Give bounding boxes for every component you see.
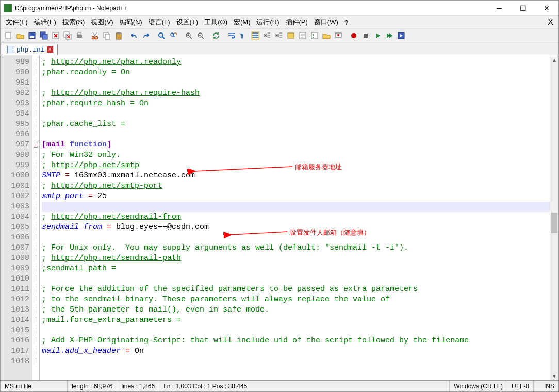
record-button[interactable] [348, 30, 359, 41]
status-length: length : 68,976 [68, 381, 117, 391]
unfold-button[interactable] [273, 30, 285, 41]
undo-button[interactable] [128, 30, 140, 41]
status-filetype: MS ini file [1, 381, 68, 391]
record-icon [350, 31, 358, 40]
close-button[interactable] [50, 30, 61, 41]
wrap-icon [227, 31, 236, 40]
file-icon [7, 46, 14, 53]
save-macro-icon [397, 31, 405, 40]
svg-line-37 [231, 232, 287, 235]
tabstrip: php.ini ✕ [1, 43, 558, 55]
redo-icon [142, 31, 150, 40]
monitor-button[interactable] [333, 30, 344, 41]
svg-rect-24 [288, 33, 294, 38]
menu-run[interactable]: 运行(R) [253, 17, 282, 28]
hide-icon [287, 31, 295, 40]
save-all-button[interactable] [38, 30, 50, 41]
menu-encoding[interactable]: 编码(N) [117, 17, 145, 28]
open-button[interactable] [14, 30, 26, 41]
cut-button[interactable] [89, 30, 101, 41]
close-icon [52, 31, 60, 40]
tab-label: php.ini [17, 46, 45, 54]
print-button[interactable] [74, 30, 85, 41]
sync-button[interactable] [210, 30, 222, 41]
play-button[interactable] [372, 30, 383, 41]
menu-tools[interactable]: 工具(O) [201, 17, 231, 28]
close-button[interactable]: ✕ [535, 1, 558, 15]
svg-point-28 [313, 35, 314, 36]
save-icon [28, 31, 36, 40]
status-encoding: UTF-8 [507, 381, 534, 391]
save-button[interactable] [26, 30, 38, 41]
scroll-thumb[interactable] [551, 213, 557, 233]
svg-rect-9 [78, 32, 81, 35]
statusbar: MS ini file length : 68,976 lines : 1,86… [1, 380, 558, 391]
folder-button[interactable] [321, 30, 332, 41]
code-area[interactable]: ; http://php.net/phar.readonly ;phar.rea… [40, 55, 550, 380]
maximize-button[interactable]: ☐ [511, 1, 535, 15]
close-all-button[interactable] [62, 30, 73, 41]
menu-language[interactable]: 语言(L) [145, 17, 173, 28]
replace-button[interactable] [168, 30, 179, 41]
paste-button[interactable] [113, 30, 124, 41]
menu-plugins[interactable]: 插件(P) [283, 17, 311, 28]
func-list-button[interactable] [309, 30, 320, 41]
save-macro-button[interactable] [396, 30, 407, 41]
fold-button[interactable] [261, 30, 273, 41]
undo-icon [130, 31, 138, 40]
tab-phpini[interactable]: php.ini ✕ [3, 44, 58, 55]
titlebar: D:\programmer\PHP\php.ini - Notepad++ ─ … [1, 1, 558, 16]
zoom-out-button[interactable] [195, 30, 206, 41]
scroll-down-icon[interactable]: ▾ [550, 371, 558, 380]
sync-icon [212, 31, 220, 40]
wrap-button[interactable] [226, 30, 237, 41]
svg-rect-4 [42, 34, 47, 39]
status-position: Ln : 1,003 Col : 1 Pos : 38,445 [159, 381, 450, 391]
scroll-up-icon[interactable]: ▴ [550, 55, 558, 64]
redo-button[interactable] [140, 30, 152, 41]
indent-button[interactable] [250, 30, 261, 41]
svg-point-31 [337, 34, 339, 36]
zoom-out-icon [196, 31, 205, 40]
zoom-in-button[interactable] [183, 30, 194, 41]
svg-line-36 [194, 167, 292, 171]
open-icon [16, 31, 24, 40]
app-icon [4, 4, 12, 12]
stop-button[interactable] [360, 30, 371, 41]
hide-button[interactable] [285, 30, 297, 41]
svg-point-16 [159, 33, 163, 37]
svg-rect-33 [364, 34, 368, 38]
fold-gutter: − [32, 55, 40, 380]
new-icon [4, 31, 12, 40]
menu-edit[interactable]: 编辑(E) [31, 17, 59, 28]
menu-view[interactable]: 视图(V) [88, 17, 116, 28]
editor: 9899909919929939949959969979989991000100… [1, 55, 558, 380]
menu-macro[interactable]: 宏(M) [231, 17, 254, 28]
new-button[interactable] [3, 30, 14, 41]
minimize-button[interactable]: ─ [487, 1, 511, 15]
svg-rect-8 [77, 35, 82, 38]
menu-file[interactable]: 文件(F) [3, 17, 31, 28]
menu-settings[interactable]: 设置(T) [173, 17, 202, 28]
doc-map-button[interactable] [297, 30, 308, 41]
tab-close-icon[interactable]: ✕ [47, 46, 53, 53]
find-icon [157, 31, 166, 40]
annotation-smtp: 邮箱服务器地址 [295, 162, 342, 172]
copy-button[interactable] [101, 30, 112, 41]
menu-search[interactable]: 搜索(S) [59, 17, 88, 28]
svg-point-29 [313, 37, 314, 38]
menubar: 文件(F) 编辑(E) 搜索(S) 视图(V) 编码(N) 语言(L) 设置(T… [1, 16, 558, 28]
find-button[interactable] [156, 30, 167, 41]
all-chars-button[interactable]: ¶ [238, 30, 249, 41]
doc-close-button[interactable]: X [545, 17, 556, 28]
play-multi-button[interactable] [384, 30, 395, 41]
unfold-icon [275, 31, 283, 40]
window-title: D:\programmer\PHP\php.ini - Notepad++ [15, 5, 487, 12]
save-all-icon [40, 31, 48, 40]
svg-point-27 [313, 34, 314, 35]
menu-window[interactable]: 窗口(W) [311, 17, 341, 28]
menu-help[interactable]: ? [341, 18, 351, 27]
close-all-icon [63, 31, 72, 40]
vertical-scrollbar[interactable]: ▴ ▾ [550, 55, 558, 380]
status-lines: lines : 1,866 [117, 381, 159, 391]
